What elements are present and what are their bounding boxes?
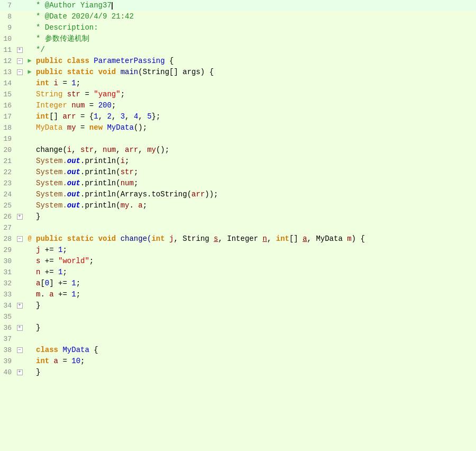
code-text: } <box>35 367 476 378</box>
fold-open-icon[interactable]: − <box>17 58 23 64</box>
token: 1 <box>94 112 98 121</box>
code-text: change(i, str, num, arr, my(); <box>35 145 476 156</box>
fold-close-icon[interactable]: + <box>17 47 23 53</box>
line-number: 8 <box>0 11 15 22</box>
gutter-marker <box>24 145 35 156</box>
fold-close-icon[interactable]: + <box>17 303 23 309</box>
code-line: 33 m. a += 1; <box>0 289 476 300</box>
token: public <box>36 57 67 65</box>
gutter-marker <box>24 211 35 222</box>
line-number: 15 <box>0 89 15 100</box>
fold-open-icon[interactable]: − <box>17 69 23 75</box>
token: 1 <box>71 79 76 87</box>
fold-control[interactable]: + <box>15 300 24 311</box>
line-number: 29 <box>0 245 15 256</box>
token: { <box>165 57 174 65</box>
code-line: 25 System.out.println(my. a; <box>0 200 476 211</box>
token: ; <box>80 357 85 365</box>
code-line: 30 s += "world"; <box>0 256 476 267</box>
line-number: 38 <box>0 345 15 356</box>
code-line: 39 int a = 10; <box>0 356 476 367</box>
code-text: public static void main(String[] args) { <box>35 67 476 78</box>
code-line: 17 int[] arr = {1, 2, 3, 4, 5}; <box>0 111 476 122</box>
token: (); <box>134 123 147 132</box>
fold-control <box>15 122 24 133</box>
token: System. <box>36 201 67 210</box>
token: int <box>36 79 54 87</box>
token: ; <box>62 268 67 276</box>
token: * Description: <box>36 23 98 32</box>
gutter-marker <box>24 156 35 167</box>
token: arr <box>191 190 205 199</box>
token: 10 <box>71 357 80 365</box>
code-text: s += "world"; <box>35 256 476 267</box>
code-text: a[0] += 1; <box>35 278 476 289</box>
token: String <box>36 90 67 98</box>
line-number: 37 <box>0 333 15 345</box>
fold-close-icon[interactable]: + <box>17 325 23 331</box>
token: } <box>36 301 40 310</box>
token: MyData <box>36 123 67 132</box>
fold-control <box>15 256 24 267</box>
token: 1 <box>71 290 76 299</box>
code-line: 8 * @Date 2020/4/9 21:42 <box>0 11 476 22</box>
code-line: 29 j += 1; <box>0 245 476 256</box>
line-number: 19 <box>0 133 15 145</box>
code-text: MyData my = new MyData(); <box>35 122 476 133</box>
token: , <box>138 146 147 154</box>
token: int <box>276 234 289 243</box>
token: .println(Arrays.toString( <box>80 190 191 199</box>
fold-control <box>15 78 24 89</box>
fold-control <box>15 100 24 111</box>
token: 参数传递机制 <box>45 34 89 43</box>
code-line: 31 n += 1; <box>0 267 476 278</box>
token: public <box>36 234 67 243</box>
code-text: m. a += 1; <box>35 289 476 300</box>
fold-control[interactable]: − <box>15 56 24 67</box>
line-number: 33 <box>0 289 15 300</box>
token: , <box>116 146 125 154</box>
token: , String <box>173 234 214 243</box>
fold-control <box>15 245 24 256</box>
fold-control[interactable]: − <box>15 233 24 245</box>
code-text: } <box>35 300 476 311</box>
code-text: int[] arr = {1, 2, 3, 4, 5}; <box>35 111 476 122</box>
line-number: 31 <box>0 267 15 278</box>
fold-control[interactable]: − <box>15 345 24 356</box>
fold-control <box>15 33 24 44</box>
fold-control[interactable]: + <box>15 44 24 56</box>
fold-control <box>15 189 24 200</box>
fold-control[interactable]: − <box>15 67 24 78</box>
fold-control <box>15 167 24 178</box>
token: . <box>40 290 49 299</box>
code-text: n += 1; <box>35 267 476 278</box>
token: m <box>347 234 351 243</box>
fold-close-icon[interactable]: + <box>17 369 23 375</box>
token: , MyData <box>307 234 347 243</box>
fold-control <box>15 11 24 22</box>
token: num <box>103 146 116 154</box>
fold-open-icon[interactable]: − <box>17 236 23 242</box>
token: += <box>40 257 58 265</box>
fold-close-icon[interactable]: + <box>17 214 23 220</box>
token: a <box>303 234 307 243</box>
code-line: 10 * 参数传递机制 <box>0 33 476 44</box>
token: , <box>267 234 276 243</box>
fold-control[interactable]: + <box>15 322 24 333</box>
fold-control[interactable]: + <box>15 367 24 378</box>
token: ; <box>76 279 80 287</box>
token: my <box>67 123 76 132</box>
line-number: 27 <box>0 222 15 233</box>
code-text: System.out.println(Arrays.toString(arr))… <box>35 189 476 200</box>
line-number: 22 <box>0 167 15 178</box>
gutter-marker <box>24 367 35 378</box>
token: class <box>36 346 62 354</box>
fold-control <box>15 289 24 300</box>
gutter-marker <box>24 11 35 22</box>
token: s <box>214 234 218 243</box>
code-text: } <box>35 322 476 333</box>
fold-open-icon[interactable]: − <box>17 347 23 353</box>
gutter-marker <box>24 345 35 356</box>
fold-control[interactable]: + <box>15 211 24 222</box>
token: n <box>263 234 267 243</box>
